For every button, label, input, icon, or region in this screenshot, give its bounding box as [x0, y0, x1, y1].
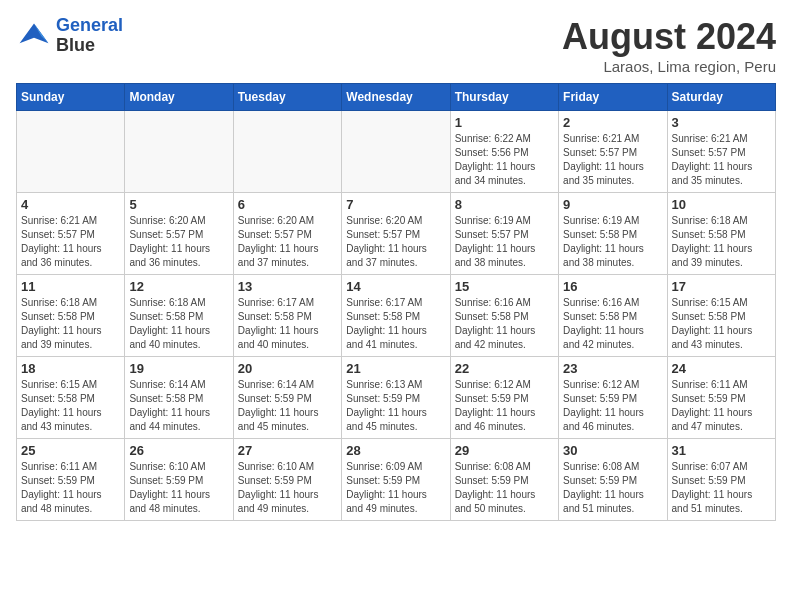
- day-number: 11: [21, 279, 120, 294]
- day-cell-24: 24Sunrise: 6:11 AMSunset: 5:59 PMDayligh…: [667, 357, 775, 439]
- day-number: 1: [455, 115, 554, 130]
- day-number: 21: [346, 361, 445, 376]
- day-number: 24: [672, 361, 771, 376]
- day-number: 26: [129, 443, 228, 458]
- day-number: 10: [672, 197, 771, 212]
- day-info: Sunrise: 6:20 AMSunset: 5:57 PMDaylight:…: [238, 215, 319, 268]
- day-info: Sunrise: 6:20 AMSunset: 5:57 PMDaylight:…: [346, 215, 427, 268]
- day-info: Sunrise: 6:14 AMSunset: 5:59 PMDaylight:…: [238, 379, 319, 432]
- day-number: 8: [455, 197, 554, 212]
- day-cell-9: 9Sunrise: 6:19 AMSunset: 5:58 PMDaylight…: [559, 193, 667, 275]
- location: Laraos, Lima region, Peru: [562, 58, 776, 75]
- day-info: Sunrise: 6:20 AMSunset: 5:57 PMDaylight:…: [129, 215, 210, 268]
- day-info: Sunrise: 6:19 AMSunset: 5:58 PMDaylight:…: [563, 215, 644, 268]
- day-cell-5: 5Sunrise: 6:20 AMSunset: 5:57 PMDaylight…: [125, 193, 233, 275]
- day-number: 5: [129, 197, 228, 212]
- day-cell-25: 25Sunrise: 6:11 AMSunset: 5:59 PMDayligh…: [17, 439, 125, 521]
- day-info: Sunrise: 6:10 AMSunset: 5:59 PMDaylight:…: [238, 461, 319, 514]
- day-number: 4: [21, 197, 120, 212]
- day-info: Sunrise: 6:08 AMSunset: 5:59 PMDaylight:…: [455, 461, 536, 514]
- day-cell-7: 7Sunrise: 6:20 AMSunset: 5:57 PMDaylight…: [342, 193, 450, 275]
- day-info: Sunrise: 6:19 AMSunset: 5:57 PMDaylight:…: [455, 215, 536, 268]
- weekday-header-row: SundayMondayTuesdayWednesdayThursdayFrid…: [17, 84, 776, 111]
- day-number: 28: [346, 443, 445, 458]
- day-info: Sunrise: 6:14 AMSunset: 5:58 PMDaylight:…: [129, 379, 210, 432]
- empty-cell: [342, 111, 450, 193]
- page-header: GeneralBlue August 2024 Laraos, Lima reg…: [16, 16, 776, 75]
- day-info: Sunrise: 6:21 AMSunset: 5:57 PMDaylight:…: [563, 133, 644, 186]
- weekday-header-monday: Monday: [125, 84, 233, 111]
- day-cell-10: 10Sunrise: 6:18 AMSunset: 5:58 PMDayligh…: [667, 193, 775, 275]
- day-info: Sunrise: 6:18 AMSunset: 5:58 PMDaylight:…: [129, 297, 210, 350]
- day-info: Sunrise: 6:16 AMSunset: 5:58 PMDaylight:…: [563, 297, 644, 350]
- month-title: August 2024: [562, 16, 776, 58]
- week-row-4: 18Sunrise: 6:15 AMSunset: 5:58 PMDayligh…: [17, 357, 776, 439]
- svg-marker-0: [20, 23, 49, 43]
- day-info: Sunrise: 6:17 AMSunset: 5:58 PMDaylight:…: [346, 297, 427, 350]
- day-number: 30: [563, 443, 662, 458]
- day-cell-13: 13Sunrise: 6:17 AMSunset: 5:58 PMDayligh…: [233, 275, 341, 357]
- day-info: Sunrise: 6:09 AMSunset: 5:59 PMDaylight:…: [346, 461, 427, 514]
- day-info: Sunrise: 6:07 AMSunset: 5:59 PMDaylight:…: [672, 461, 753, 514]
- day-number: 12: [129, 279, 228, 294]
- day-info: Sunrise: 6:08 AMSunset: 5:59 PMDaylight:…: [563, 461, 644, 514]
- day-number: 9: [563, 197, 662, 212]
- day-number: 23: [563, 361, 662, 376]
- day-cell-21: 21Sunrise: 6:13 AMSunset: 5:59 PMDayligh…: [342, 357, 450, 439]
- day-number: 3: [672, 115, 771, 130]
- day-cell-6: 6Sunrise: 6:20 AMSunset: 5:57 PMDaylight…: [233, 193, 341, 275]
- empty-cell: [233, 111, 341, 193]
- title-block: August 2024 Laraos, Lima region, Peru: [562, 16, 776, 75]
- day-info: Sunrise: 6:18 AMSunset: 5:58 PMDaylight:…: [21, 297, 102, 350]
- day-info: Sunrise: 6:16 AMSunset: 5:58 PMDaylight:…: [455, 297, 536, 350]
- day-info: Sunrise: 6:22 AMSunset: 5:56 PMDaylight:…: [455, 133, 536, 186]
- day-info: Sunrise: 6:15 AMSunset: 5:58 PMDaylight:…: [21, 379, 102, 432]
- weekday-header-sunday: Sunday: [17, 84, 125, 111]
- day-cell-14: 14Sunrise: 6:17 AMSunset: 5:58 PMDayligh…: [342, 275, 450, 357]
- day-cell-19: 19Sunrise: 6:14 AMSunset: 5:58 PMDayligh…: [125, 357, 233, 439]
- day-info: Sunrise: 6:12 AMSunset: 5:59 PMDaylight:…: [563, 379, 644, 432]
- day-cell-16: 16Sunrise: 6:16 AMSunset: 5:58 PMDayligh…: [559, 275, 667, 357]
- day-cell-22: 22Sunrise: 6:12 AMSunset: 5:59 PMDayligh…: [450, 357, 558, 439]
- day-number: 22: [455, 361, 554, 376]
- day-number: 25: [21, 443, 120, 458]
- day-cell-26: 26Sunrise: 6:10 AMSunset: 5:59 PMDayligh…: [125, 439, 233, 521]
- day-cell-11: 11Sunrise: 6:18 AMSunset: 5:58 PMDayligh…: [17, 275, 125, 357]
- day-number: 16: [563, 279, 662, 294]
- day-cell-1: 1Sunrise: 6:22 AMSunset: 5:56 PMDaylight…: [450, 111, 558, 193]
- day-cell-3: 3Sunrise: 6:21 AMSunset: 5:57 PMDaylight…: [667, 111, 775, 193]
- calendar-table: SundayMondayTuesdayWednesdayThursdayFrid…: [16, 83, 776, 521]
- day-cell-29: 29Sunrise: 6:08 AMSunset: 5:59 PMDayligh…: [450, 439, 558, 521]
- calendar-body: 1Sunrise: 6:22 AMSunset: 5:56 PMDaylight…: [17, 111, 776, 521]
- weekday-header-tuesday: Tuesday: [233, 84, 341, 111]
- day-cell-8: 8Sunrise: 6:19 AMSunset: 5:57 PMDaylight…: [450, 193, 558, 275]
- week-row-3: 11Sunrise: 6:18 AMSunset: 5:58 PMDayligh…: [17, 275, 776, 357]
- day-number: 15: [455, 279, 554, 294]
- logo-text: GeneralBlue: [56, 16, 123, 56]
- logo: GeneralBlue: [16, 16, 123, 56]
- logo-icon: [16, 18, 52, 54]
- day-info: Sunrise: 6:21 AMSunset: 5:57 PMDaylight:…: [672, 133, 753, 186]
- day-cell-28: 28Sunrise: 6:09 AMSunset: 5:59 PMDayligh…: [342, 439, 450, 521]
- day-cell-31: 31Sunrise: 6:07 AMSunset: 5:59 PMDayligh…: [667, 439, 775, 521]
- empty-cell: [17, 111, 125, 193]
- day-cell-12: 12Sunrise: 6:18 AMSunset: 5:58 PMDayligh…: [125, 275, 233, 357]
- day-info: Sunrise: 6:12 AMSunset: 5:59 PMDaylight:…: [455, 379, 536, 432]
- day-number: 27: [238, 443, 337, 458]
- day-cell-20: 20Sunrise: 6:14 AMSunset: 5:59 PMDayligh…: [233, 357, 341, 439]
- week-row-1: 1Sunrise: 6:22 AMSunset: 5:56 PMDaylight…: [17, 111, 776, 193]
- day-cell-30: 30Sunrise: 6:08 AMSunset: 5:59 PMDayligh…: [559, 439, 667, 521]
- day-info: Sunrise: 6:11 AMSunset: 5:59 PMDaylight:…: [672, 379, 753, 432]
- day-number: 18: [21, 361, 120, 376]
- day-number: 14: [346, 279, 445, 294]
- day-info: Sunrise: 6:21 AMSunset: 5:57 PMDaylight:…: [21, 215, 102, 268]
- day-number: 7: [346, 197, 445, 212]
- day-info: Sunrise: 6:10 AMSunset: 5:59 PMDaylight:…: [129, 461, 210, 514]
- day-number: 13: [238, 279, 337, 294]
- weekday-header-wednesday: Wednesday: [342, 84, 450, 111]
- day-cell-23: 23Sunrise: 6:12 AMSunset: 5:59 PMDayligh…: [559, 357, 667, 439]
- empty-cell: [125, 111, 233, 193]
- weekday-header-friday: Friday: [559, 84, 667, 111]
- day-info: Sunrise: 6:11 AMSunset: 5:59 PMDaylight:…: [21, 461, 102, 514]
- weekday-header-saturday: Saturday: [667, 84, 775, 111]
